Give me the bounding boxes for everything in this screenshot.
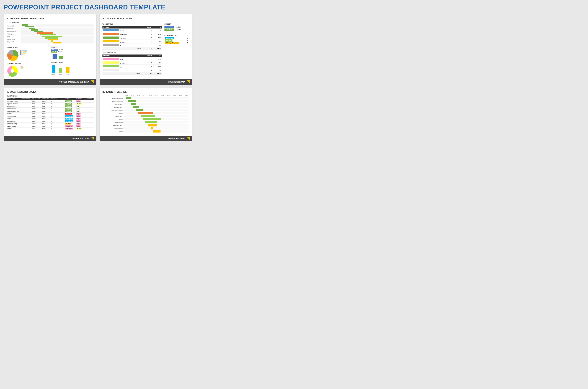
budget-bar: Planned Actual [51, 53, 69, 60]
priority-cell: High [103, 57, 141, 61]
gantt-bar [151, 127, 153, 130]
table-row: Hardware Config. 01/28 02/06 9 On Hold H… [7, 123, 94, 125]
gantt-row: Set kick-off meeting [103, 97, 189, 99]
table-row: Testing 01/22 02/09 18 In Progress High [7, 118, 94, 120]
gantt-track [124, 97, 189, 99]
gantt-chart: 12/3001/0401/0901/1401/1901/2401/2902/03… [103, 95, 189, 133]
count-cell: 2 [141, 61, 153, 65]
end-date: 01/08 [42, 100, 50, 103]
start-date: 01/07 [32, 105, 42, 108]
status-cell: Overdue [64, 113, 75, 115]
comments-cell [84, 128, 94, 130]
gantt-date-header: 02/18 [183, 95, 189, 96]
priority-cell: Medium [103, 61, 141, 65]
duration: 7 [50, 103, 64, 105]
pie-legend: ■ Not Started ■ In Progress ■ Complete ■… [21, 50, 27, 55]
pct-cell: 25% [153, 65, 162, 68]
status-cell: Not Started [103, 29, 142, 32]
th-taskname: TASK NAME [7, 98, 21, 100]
task-name: Detailed Reqs. [7, 105, 21, 108]
pct-cell: 25% [153, 32, 162, 36]
pct-cell: 42% [153, 36, 162, 40]
panel-timeline: 3. Task Timeline 12/3001/0401/0901/1401/… [100, 88, 192, 141]
task-name: Launch [7, 128, 21, 130]
task-name: Hardware Config. [7, 123, 21, 125]
budget-planned-row: PLANNED 80,000 [165, 26, 189, 28]
gantt-task-label: Testing [103, 119, 124, 120]
end-date: 01/11 [42, 105, 50, 108]
duration: 18 [50, 118, 64, 120]
total-row: TOTAL 12 100% [103, 47, 162, 50]
budget-mini-label: Budget [51, 46, 94, 48]
gantt-date-header: 01/29 [160, 95, 166, 96]
pct-cell: 8% [153, 40, 162, 43]
end-date: 02/01 [42, 115, 50, 118]
status-cell: Complete [64, 103, 75, 105]
task-priority-pct-title: Task Priority % [103, 52, 162, 54]
svg-rect-9 [66, 67, 69, 73]
actions-label: Actions [165, 39, 173, 42]
status-cell: In Progress [64, 120, 75, 123]
assigned-to [21, 113, 32, 115]
gantt-date-header: 02/13 [177, 95, 183, 96]
panel3-title: 2. Dashboard Data [7, 90, 94, 93]
gantt-row: Final Resource Plan [103, 109, 189, 111]
table-row: High 7 58% [103, 57, 162, 61]
gantt-task-label: Agree on objectives [103, 101, 124, 102]
total-count: 12 [142, 47, 153, 50]
panel2-footer: DASHBOARD DATA [100, 79, 192, 85]
priority-legend: ■ High ■ Medium ■ Low [20, 66, 24, 69]
gantt-date-header: 02/03 [166, 95, 172, 96]
duration: 2 [50, 125, 64, 128]
gantt-track [124, 103, 189, 105]
table-row: Overdue 1 8% [103, 40, 162, 43]
gantt-task-label: Set kick-off meeting [103, 97, 124, 99]
comments-cell [84, 110, 94, 113]
pending-items-title: Pending Items [165, 34, 189, 36]
table-row: Dev. Complete 01/25 02/05 11 In Progress… [7, 120, 94, 123]
status-cell: In Progress [64, 115, 75, 118]
gantt-row: Detailed Reqs. [103, 103, 189, 105]
gantt-row: Testing [103, 118, 189, 121]
task-status-table: STATUS COUNT % Not Started 2 17% [103, 26, 162, 50]
pct-cell: 17% [153, 29, 162, 32]
gantt-track [124, 115, 189, 117]
duration: 11 [50, 120, 64, 123]
task-name: Set kick-off meeting [7, 100, 21, 103]
gantt-bar [128, 100, 136, 102]
task-status-pie [7, 49, 19, 62]
task-name: System Testing [7, 125, 21, 128]
table-row: Not Started 2 17% [103, 29, 162, 32]
end-date: 01/29 [42, 113, 50, 115]
priority-cell: Medium [75, 103, 84, 105]
duration: 6 [50, 100, 64, 103]
th-end: END DATE [42, 98, 50, 100]
th-pct2: % [153, 55, 162, 57]
svg-rect-4 [59, 56, 63, 59]
gantt-track [124, 121, 189, 124]
task-name: Hardware Reqs. [7, 108, 21, 110]
panel3-footer-text: DASHBOARD DATA [72, 137, 89, 139]
panel4-footer-text: DASHBOARD DATA [168, 137, 185, 139]
start-date: 01/31 [32, 125, 42, 128]
table-row: Final Resource Plan 01/13 01/20 7 Comple… [7, 110, 94, 113]
gantt-track [124, 118, 189, 120]
panel2-left: Task Status % STATUS COUNT % Not Started [103, 22, 162, 75]
gantt-task-label: Technical Reqs. [103, 116, 124, 117]
gantt-date-header: 12/30 [124, 95, 130, 96]
status-cell: Complete [64, 110, 75, 113]
task-name: Technical Reqs. [7, 115, 21, 118]
priority-cell: High [75, 118, 84, 120]
th-count: COUNT [142, 26, 153, 29]
panel-task-table: 2. Dashboard Data Task Table TASK NAME A… [3, 88, 97, 141]
pending-label-cell: Decisions [165, 37, 186, 39]
gantt-date-header: 01/14 [142, 95, 147, 96]
gantt-bar [148, 124, 157, 127]
svg-rect-3 [53, 54, 57, 59]
end-date: 02/02 [42, 125, 50, 128]
th-comments: COMMENTS [84, 98, 94, 100]
table-row: Detailed Reqs. 01/07 01/11 4 Complete Lo… [7, 105, 94, 108]
task-name: Testing [7, 118, 21, 120]
svg-rect-7 [52, 65, 55, 73]
count-cell: 0 [141, 68, 153, 72]
